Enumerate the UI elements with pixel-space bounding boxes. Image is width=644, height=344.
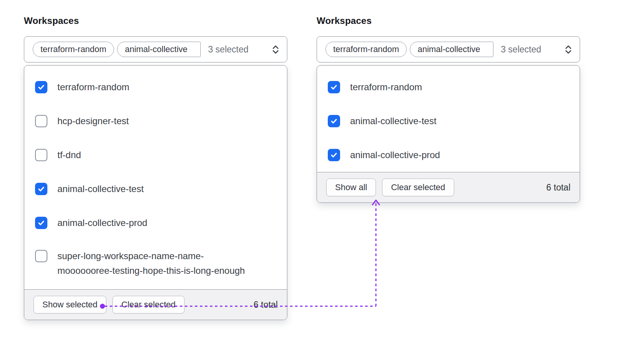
item-label[interactable]: tf-dnd (57, 148, 81, 162)
show-all-button[interactable]: Show all (326, 179, 376, 196)
checkbox[interactable] (35, 149, 47, 161)
item-label[interactable]: animal-collective-test (57, 182, 144, 196)
list-item: animal-collective-test (317, 104, 580, 138)
workspaces-field-label: Workspaces (24, 15, 287, 26)
total-count: 6 total (253, 300, 278, 310)
total-count: 6 total (546, 182, 570, 193)
item-label[interactable]: animal-collective-prod (350, 148, 440, 162)
list-item: super-long-workspace-name-name- moooooor… (24, 240, 287, 289)
selected-count-text: 3 selected (501, 44, 541, 55)
selected-pill: terraform-random (325, 42, 407, 57)
list-item: hcp-designer-test (24, 104, 287, 138)
check-icon (37, 83, 45, 91)
checkbox[interactable] (35, 183, 47, 195)
listbox-footer: Show selected Clear selected 6 total (24, 289, 287, 320)
workspace-option-list: terraform-random animal-collective-test … (317, 66, 580, 172)
checkbox[interactable] (35, 115, 47, 127)
item-label[interactable]: terraform-random (350, 80, 422, 94)
item-label[interactable]: terraform-random (57, 80, 129, 94)
selected-pill: terraform-random (33, 42, 114, 57)
check-icon (37, 219, 45, 227)
selected-count-text: 3 selected (208, 44, 248, 55)
checkbox[interactable] (328, 115, 340, 127)
list-item: terraform-random (317, 70, 580, 104)
workspaces-dropdown-panel: terraform-random hcp-designer-test tf-dn… (24, 65, 287, 320)
checkbox[interactable] (328, 81, 340, 93)
clear-selected-button[interactable]: Clear selected (112, 296, 184, 314)
check-icon (330, 117, 338, 125)
list-item: animal-collective-test (24, 172, 287, 206)
list-item: animal-collective-prod (317, 138, 580, 172)
selected-pill-truncated: animal-collective (410, 42, 493, 57)
list-item: animal-collective-prod (24, 206, 287, 240)
workspaces-multiselect-after: Workspaces terraform-random animal-colle… (317, 15, 580, 203)
workspaces-dropdown-panel: terraform-random animal-collective-test … (317, 65, 580, 203)
checkbox[interactable] (35, 250, 47, 262)
checkbox[interactable] (328, 149, 340, 161)
workspace-option-list: terraform-random hcp-designer-test tf-dn… (24, 66, 287, 289)
check-icon (330, 151, 338, 159)
checkbox[interactable] (35, 217, 47, 229)
chevron-up-down-icon[interactable] (270, 44, 281, 55)
item-label[interactable]: hcp-designer-test (57, 114, 129, 128)
workspaces-select-trigger[interactable]: terraform-random animal-collective 3 sel… (317, 36, 580, 62)
item-label[interactable]: animal-collective-test (350, 114, 436, 128)
check-icon (37, 185, 45, 193)
listbox-footer: Show all Clear selected 6 total (317, 172, 580, 202)
selected-pill-truncated: animal-collective (117, 42, 201, 57)
workspaces-field-label: Workspaces (317, 15, 580, 26)
check-icon (330, 83, 338, 91)
workspaces-select-trigger[interactable]: terraform-random animal-collective 3 sel… (24, 36, 287, 62)
show-selected-button[interactable]: Show selected (34, 296, 106, 314)
canvas: Workspaces terraform-random animal-colle… (0, 0, 644, 344)
item-label[interactable]: super-long-workspace-name-name- moooooor… (57, 249, 245, 278)
list-item: terraform-random (24, 70, 287, 104)
workspaces-multiselect-before: Workspaces terraform-random animal-colle… (24, 15, 287, 320)
list-item: tf-dnd (24, 138, 287, 172)
clear-selected-button[interactable]: Clear selected (382, 179, 454, 196)
chevron-up-down-icon[interactable] (563, 44, 574, 55)
checkbox[interactable] (35, 81, 47, 93)
item-label[interactable]: animal-collective-prod (57, 216, 147, 230)
